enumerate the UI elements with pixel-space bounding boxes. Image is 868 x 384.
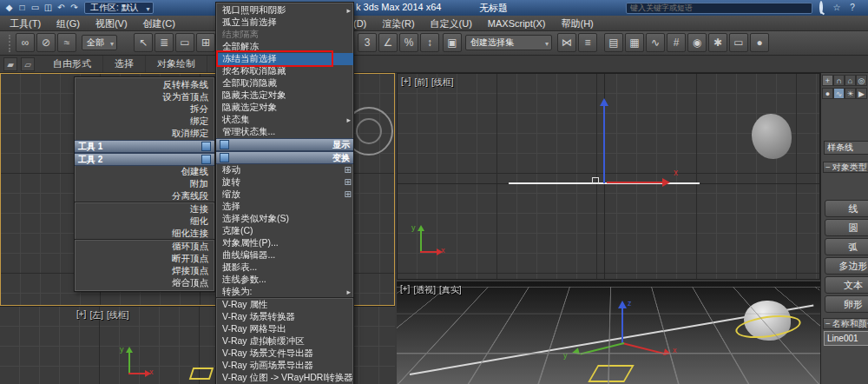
object-type-button[interactable]: 弧	[825, 238, 868, 255]
viewport-label-segment[interactable]: [透视]	[413, 284, 436, 296]
quad-menu-item[interactable]: 转换为:	[216, 286, 353, 298]
menu-bar-item[interactable]: MAXScript(X)	[480, 16, 554, 31]
align-icon[interactable]: ≡	[578, 33, 597, 52]
viewport-front[interactable]: [+][前][线框] x y x	[397, 73, 820, 280]
viewport-label-segment[interactable]: [+]	[401, 76, 411, 89]
quad-menu-item[interactable]: 循环顶点	[75, 241, 214, 253]
graphite-ribbon-icon[interactable]: ▦	[625, 33, 644, 52]
quad-menu-item[interactable]: V-Ray 位图 -> VRayHDRI转换器	[216, 372, 353, 384]
viewport-label-segment[interactable]: [+]	[76, 309, 86, 321]
render-production-icon[interactable]: ●	[750, 33, 769, 52]
scene-object-front[interactable]	[752, 114, 792, 159]
gizmo-z-axis[interactable]	[603, 105, 605, 183]
category-geometry-icon[interactable]: ●	[822, 88, 833, 99]
ribbon-tab[interactable]: 对象绘制	[146, 56, 207, 72]
selection-filter-dropdown[interactable]: 全部	[82, 35, 117, 50]
viewport-label-segment[interactable]: [前]	[414, 76, 428, 89]
quad-menu-item[interactable]: 克隆(C)	[216, 225, 353, 237]
quad-menu-item[interactable]: 结束隔离	[216, 29, 353, 41]
unlink-selection-icon[interactable]: ⊘	[36, 33, 56, 52]
quad-menu-item[interactable]: 设为首顶点	[75, 91, 214, 103]
render-setup-icon[interactable]: ✱	[708, 33, 727, 52]
toolbar-drag-handle[interactable]	[9, 35, 12, 52]
quad-menu-item[interactable]: 绑定	[75, 116, 214, 128]
new-file-icon[interactable]: □	[16, 2, 29, 14]
menu-bar-item[interactable]: 帮助(H)	[553, 16, 601, 31]
viewport-label-segment[interactable]: [真实]	[439, 284, 462, 296]
menu-bar-item[interactable]: 渲染(R)	[374, 16, 422, 31]
window-crossing-icon[interactable]: ⊞	[196, 33, 215, 52]
quad-menu-item[interactable]: 视口照明和阴影	[216, 4, 353, 17]
quad-menu-item[interactable]: 孤立当前选择	[216, 17, 353, 29]
open-file-icon[interactable]: ▭	[29, 2, 42, 14]
rollout-collapse-icon[interactable]: −	[825, 162, 831, 172]
edit-named-selection-sets-icon[interactable]: ▣	[443, 33, 462, 52]
save-file-icon[interactable]: ◫	[42, 2, 55, 14]
undo-icon[interactable]: ↶	[55, 2, 68, 14]
display-quadrant-title[interactable]: 显示	[216, 138, 353, 151]
quad-menu-item[interactable]: 按名称取消隐藏	[216, 65, 353, 77]
select-and-link-icon[interactable]: ∞	[16, 33, 35, 52]
object-type-button[interactable]: 多边形	[825, 257, 868, 275]
rectangular-region-icon[interactable]: ▭	[175, 33, 194, 52]
tab-create-icon[interactable]: +	[822, 75, 833, 86]
object-type-button[interactable]: 线	[825, 200, 868, 217]
select-object-icon[interactable]: ↖	[134, 33, 153, 52]
rollout-name-color[interactable]: −名称和颜色	[823, 318, 868, 329]
viewport-perspective[interactable]: [+][透视][真实] z x y	[397, 281, 820, 384]
category-cameras-icon[interactable]: ▶	[856, 88, 867, 99]
transform-quadrant-title[interactable]: 变换	[216, 151, 353, 164]
rollout-collapse-icon[interactable]: −	[825, 319, 831, 328]
quad-menu-item[interactable]: 全部取消隐藏	[216, 77, 353, 89]
quad-menu-item[interactable]: 取消绑定	[75, 128, 214, 140]
app-logo-icon[interactable]: ◆	[3, 2, 16, 14]
quad-menu-item[interactable]: 选择类似对象(S)	[216, 213, 353, 225]
ribbon-modeling-icon[interactable]: ▰	[3, 57, 17, 71]
search-input[interactable]	[626, 3, 812, 14]
schematic-view-icon[interactable]: #	[667, 33, 686, 52]
tab-motion-icon[interactable]: ◎	[856, 75, 867, 86]
select-by-name-icon[interactable]: ≣	[155, 33, 174, 52]
quad-menu-item[interactable]: 附加	[75, 178, 214, 190]
quad-menu-item[interactable]: 移动	[216, 164, 353, 176]
menu-bar-item[interactable]: 工具(T)	[2, 16, 49, 31]
quad-menu-item[interactable]: 熔合顶点	[75, 277, 214, 289]
quad-menu-item[interactable]: 拆分	[75, 103, 214, 116]
material-editor-icon[interactable]: ◉	[687, 33, 707, 52]
mirror-icon[interactable]: ⋈	[557, 33, 576, 52]
named-selection-sets-dropdown[interactable]: 创建选择集	[465, 35, 552, 50]
viewport-label-segment[interactable]: [+]	[400, 284, 410, 296]
tools1-quadrant-title[interactable]: 工具 1	[75, 140, 214, 153]
viewport-label-segment[interactable]: [线框]	[107, 309, 129, 321]
rendered-frame-window-icon[interactable]: ▭	[729, 33, 748, 52]
object-type-button[interactable]: 文本	[825, 276, 868, 294]
quad-menu-item[interactable]: V-Ray 场景转换器	[216, 311, 353, 323]
quad-menu-item[interactable]: 曲线编辑器...	[216, 249, 353, 262]
bind-to-space-warp-icon[interactable]: ≈	[57, 33, 76, 52]
spinner-snap-icon[interactable]: ↕	[420, 33, 439, 52]
category-shapes-icon[interactable]: ∿	[833, 88, 845, 99]
quad-menu-item[interactable]: 选择	[216, 201, 353, 213]
quad-menu-item[interactable]: 旋转	[216, 176, 353, 189]
quad-menu-item[interactable]: 隐藏未选定对象	[216, 89, 353, 102]
quad-menu-item[interactable]: V-Ray 属性	[216, 299, 353, 311]
tab-modify-icon[interactable]: ∩	[833, 75, 845, 86]
curve-editor-icon[interactable]: ∿	[646, 33, 665, 52]
viewport-label-segment[interactable]: [线框]	[431, 76, 454, 89]
quad-menu-item[interactable]: 焊接顶点	[75, 265, 214, 277]
quad-menu-item[interactable]: V-Ray 动画场景导出器	[216, 360, 353, 372]
ribbon-tab[interactable]: 自由形式	[42, 56, 103, 72]
search-icon[interactable]	[814, 2, 828, 14]
quad-menu-item[interactable]: V-Ray 网格导出	[216, 323, 353, 335]
quad-menu-item[interactable]: 隐藏选定对象	[216, 102, 353, 114]
redo-icon[interactable]: ↷	[68, 2, 81, 14]
rollout-object-type[interactable]: −对象类型	[823, 162, 868, 173]
quad-menu-item[interactable]: 连接	[75, 203, 214, 215]
object-type-button[interactable]: 圆	[825, 219, 868, 236]
quad-menu-item[interactable]: 摄影表...	[216, 262, 353, 274]
menu-bar-item[interactable]: 创建(C)	[135, 16, 183, 31]
menu-bar-item[interactable]: 自定义(U)	[423, 16, 480, 31]
angle-snap-icon[interactable]: ∠	[378, 33, 398, 52]
tab-hierarchy-icon[interactable]: ⌂	[845, 75, 856, 86]
object-type-button[interactable]: 卵形	[825, 295, 868, 313]
